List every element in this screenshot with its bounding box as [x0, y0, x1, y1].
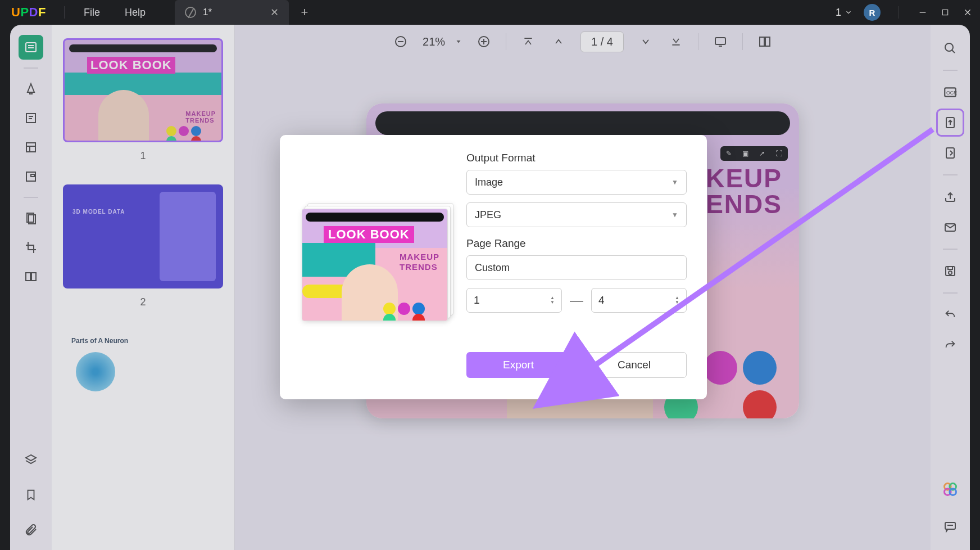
menu-help[interactable]: Help	[112, 7, 158, 19]
chevron-down-icon: ▼	[672, 178, 678, 186]
cancel-button[interactable]: Cancel	[582, 352, 687, 378]
window-close-button[interactable]	[962, 7, 973, 18]
tab-title: 1*	[203, 7, 212, 18]
tabstrip: 1* ✕ +	[175, 0, 312, 25]
page-range-label: Page Range	[466, 237, 687, 250]
open-docs-dropdown[interactable]: 1	[836, 7, 852, 19]
export-preview: LOOK BOOK MAKEUPTRENDS	[300, 152, 450, 378]
app-body: LOOK BOOK MAKEUP TRENDS 1 3D MODEL DATA …	[10, 25, 970, 550]
preview-title: LOOK BOOK	[324, 226, 414, 243]
export-dialog: LOOK BOOK MAKEUPTRENDS Output Format Ima…	[280, 135, 707, 399]
preview-subtitle: MAKEUPTRENDS	[400, 252, 439, 272]
range-dash: —	[570, 292, 583, 308]
svg-rect-1	[942, 10, 947, 15]
document-tab[interactable]: 1* ✕	[175, 0, 289, 25]
stepper-icon[interactable]: ▲▼	[550, 296, 555, 305]
app-logo: UPDF	[11, 5, 46, 20]
divider	[899, 6, 899, 19]
tab-doc-icon	[185, 7, 196, 18]
page-range-select[interactable]: Custom▼	[466, 255, 687, 280]
stepper-icon[interactable]: ▲▼	[675, 296, 679, 305]
image-format-select[interactable]: JPEG▼	[466, 202, 687, 227]
range-from-input[interactable]: 1 ▲▼	[466, 288, 562, 313]
titlebar: UPDF File Help 1* ✕ + 1 R	[0, 0, 980, 25]
chevron-down-icon: ▼	[672, 211, 678, 219]
window-minimize-button[interactable]	[917, 7, 928, 18]
output-type-select[interactable]: Image▼	[466, 170, 687, 195]
range-to-input[interactable]: 4 ▲▼	[591, 288, 687, 313]
user-avatar[interactable]: R	[864, 4, 881, 21]
divider	[64, 6, 65, 19]
output-format-label: Output Format	[466, 152, 687, 164]
new-tab-button[interactable]: +	[297, 4, 312, 20]
export-confirm-button[interactable]: Export	[466, 352, 570, 378]
tab-close-icon[interactable]: ✕	[270, 6, 279, 19]
export-form: Output Format Image▼ JPEG▼ Page Range Cu…	[466, 152, 687, 378]
menu-file[interactable]: File	[71, 7, 112, 19]
window-maximize-button[interactable]	[940, 7, 951, 18]
